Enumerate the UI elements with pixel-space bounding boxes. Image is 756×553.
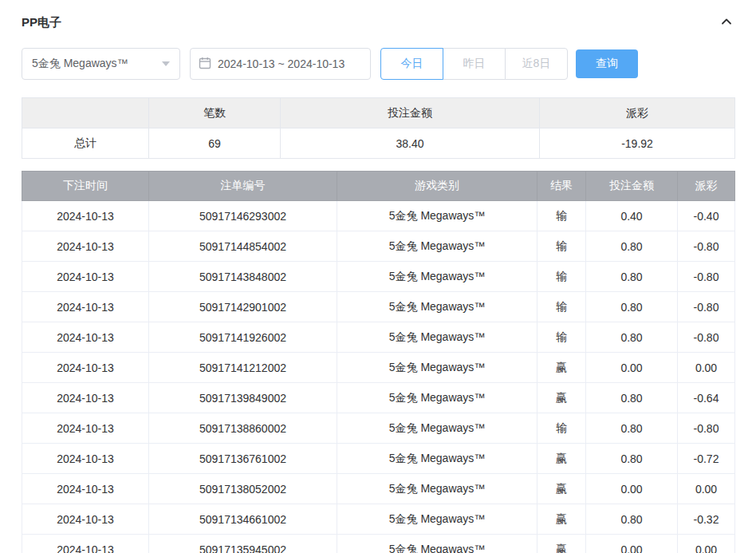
game-type-cell: 5金兔 Megaways™ (337, 474, 537, 504)
bet-id-cell: 50917141926002 (149, 322, 337, 353)
bet-time-cell: 2024-10-13 (22, 201, 149, 231)
result-cell: 输 (537, 231, 586, 262)
bet-time-cell: 2024-10-13 (22, 444, 149, 474)
payout-cell: -0.64 (678, 383, 735, 413)
result-cell: 输 (537, 413, 586, 444)
payout-cell: -0.80 (678, 292, 735, 322)
game-select-value: 5金兔 Megaways™ (32, 57, 128, 71)
bet-time-cell: 2024-10-13 (22, 322, 149, 353)
game-type-cell: 5金兔 Megaways™ (337, 231, 537, 262)
payout-cell: -0.80 (678, 413, 735, 444)
today-button[interactable]: 今日 (380, 48, 443, 80)
bet-amount-cell: 0.80 (586, 292, 678, 322)
bet-id-cell: 50917138052002 (149, 474, 337, 504)
summary-total-label: 总计 (22, 128, 149, 159)
filter-bar: 5金兔 Megaways™ 2024-10-13 ~ 2024-10-13 今日… (22, 48, 734, 80)
table-row: 2024-10-13509171438480025金兔 Megaways™输0.… (22, 262, 735, 292)
game-type-cell: 5金兔 Megaways™ (337, 292, 537, 322)
bet-amount-cell: 0.80 (586, 383, 678, 413)
bet-records-table: 下注时间注单编号游戏类别结果投注金额派彩 2024-10-13509171462… (22, 171, 735, 553)
bet-amount-cell: 0.80 (586, 504, 678, 535)
last-8-days-button[interactable]: 近8日 (505, 48, 568, 80)
game-type-cell: 5金兔 Megaways™ (337, 504, 537, 535)
table-row: 2024-10-13509171448540025金兔 Megaways™输0.… (22, 231, 735, 262)
payout-cell: -0.32 (678, 504, 735, 535)
quick-range-button-group: 今日 昨日 近8日 (380, 48, 568, 80)
payout-cell: -0.80 (678, 231, 735, 262)
panel-header: PP电子 (22, 14, 734, 30)
calendar-icon (199, 57, 211, 72)
summary-count-value: 69 (149, 128, 281, 159)
bet-time-cell: 2024-10-13 (22, 292, 149, 322)
game-type-cell: 5金兔 Megaways™ (337, 535, 537, 553)
game-type-cell: 5金兔 Megaways™ (337, 444, 537, 474)
bet-amount-cell: 0.80 (586, 444, 678, 474)
bet-id-cell: 50917143848002 (149, 262, 337, 292)
chevron-up-icon (720, 15, 733, 30)
summary-header-count: 笔数 (149, 98, 281, 128)
date-range-value: 2024-10-13 ~ 2024-10-13 (218, 57, 345, 70)
bet-id-cell: 50917139849002 (149, 383, 337, 413)
summary-table: 笔数 投注金额 派彩 总计 69 38.40 -19.92 (22, 97, 735, 159)
bet-id-cell: 50917142901002 (149, 292, 337, 322)
summary-header-empty (22, 98, 149, 128)
summary-total-row: 总计 69 38.40 -19.92 (22, 128, 735, 159)
bet-id-cell: 50917135945002 (149, 535, 337, 553)
table-row: 2024-10-13509171359450025金兔 Megaways™赢0.… (22, 535, 735, 553)
result-cell: 输 (537, 201, 586, 231)
table-row: 2024-10-13509171462930025金兔 Megaways™输0.… (22, 201, 735, 231)
game-select[interactable]: 5金兔 Megaways™ (22, 48, 180, 80)
game-type-cell: 5金兔 Megaways™ (337, 322, 537, 353)
game-type-cell: 5金兔 Megaways™ (337, 413, 537, 444)
result-cell: 赢 (537, 383, 586, 413)
game-type-cell: 5金兔 Megaways™ (337, 383, 537, 413)
table-row: 2024-10-13509171388600025金兔 Megaways™输0.… (22, 413, 735, 444)
bet-table-header-row: 下注时间注单编号游戏类别结果投注金额派彩 (22, 172, 735, 201)
result-cell: 赢 (537, 504, 586, 535)
bet-id-cell: 50917141212002 (149, 353, 337, 383)
payout-cell: -0.72 (678, 444, 735, 474)
payout-cell: 0.00 (678, 474, 735, 504)
yesterday-button[interactable]: 昨日 (443, 48, 506, 80)
column-header-result-cell: 结果 (537, 172, 586, 201)
summary-header-bet-amount: 投注金额 (281, 98, 540, 128)
search-button[interactable]: 查询 (576, 49, 638, 78)
bet-amount-cell: 0.80 (586, 231, 678, 262)
pp-electronic-panel: PP电子 5金兔 Megaways™ 2024-10-13 ~ 2024-10-… (0, 0, 756, 553)
table-row: 2024-10-13509171346610025金兔 Megaways™赢0.… (22, 504, 735, 535)
payout-cell: 0.00 (678, 535, 735, 553)
date-range-input[interactable]: 2024-10-13 ~ 2024-10-13 (190, 48, 371, 80)
bet-id-cell: 50917136761002 (149, 444, 337, 474)
column-header-payout-cell: 派彩 (678, 172, 735, 201)
bet-amount-cell: 0.00 (586, 535, 678, 553)
collapse-panel-button[interactable] (719, 14, 734, 30)
summary-header-row: 笔数 投注金额 派彩 (22, 98, 735, 128)
bet-amount-cell: 0.40 (586, 201, 678, 231)
bet-amount-cell: 0.80 (586, 413, 678, 444)
bet-time-cell: 2024-10-13 (22, 535, 149, 553)
bet-time-cell: 2024-10-13 (22, 353, 149, 383)
bet-amount-cell: 0.00 (586, 474, 678, 504)
bet-id-cell: 50917134661002 (149, 504, 337, 535)
payout-cell: -0.40 (678, 201, 735, 231)
result-cell: 赢 (537, 353, 586, 383)
page-title: PP电子 (22, 15, 61, 30)
table-row: 2024-10-13509171398490025金兔 Megaways™赢0.… (22, 383, 735, 413)
column-header-bet-time-cell: 下注时间 (22, 172, 149, 201)
result-cell: 输 (537, 292, 586, 322)
bet-amount-cell: 0.80 (586, 262, 678, 292)
result-cell: 赢 (537, 444, 586, 474)
bet-time-cell: 2024-10-13 (22, 504, 149, 535)
game-type-cell: 5金兔 Megaways™ (337, 353, 537, 383)
bet-table-body: 2024-10-13509171462930025金兔 Megaways™输0.… (22, 201, 735, 553)
table-row: 2024-10-13509171380520025金兔 Megaways™赢0.… (22, 474, 735, 504)
bet-id-cell: 50917146293002 (149, 201, 337, 231)
bet-id-cell: 50917138860002 (149, 413, 337, 444)
bet-time-cell: 2024-10-13 (22, 474, 149, 504)
game-type-cell: 5金兔 Megaways™ (337, 201, 537, 231)
bet-id-cell: 50917144854002 (149, 231, 337, 262)
table-row: 2024-10-13509171429010025金兔 Megaways™输0.… (22, 292, 735, 322)
column-header-bet-amount-cell: 投注金额 (586, 172, 678, 201)
table-row: 2024-10-13509171419260025金兔 Megaways™输0.… (22, 322, 735, 353)
payout-cell: 0.00 (678, 353, 735, 383)
